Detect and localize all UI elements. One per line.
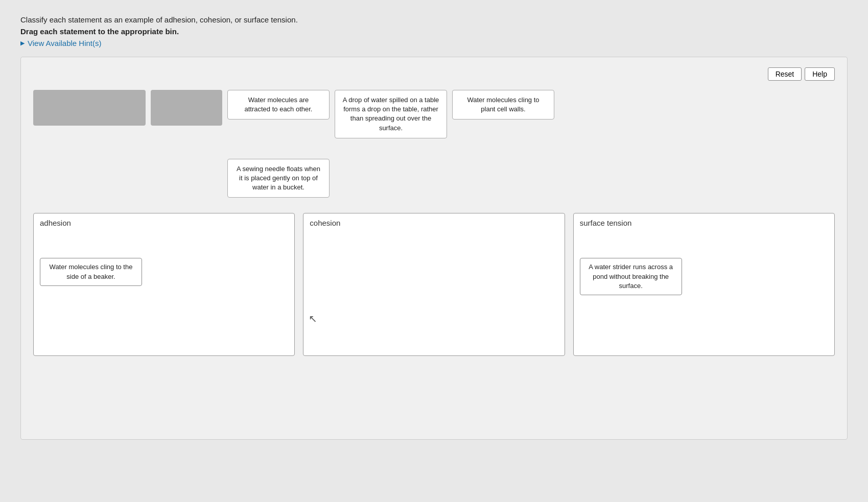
instruction-1: Classify each statement as an example of… — [20, 15, 848, 24]
top-statement-row: Water molecules are attracted to each ot… — [33, 90, 554, 138]
drop-zone-adhesion[interactable]: adhesion Water molecules cling to the si… — [33, 213, 295, 356]
surface-tension-label: surface tension — [580, 219, 828, 227]
adhesion-label: adhesion — [40, 219, 288, 227]
cursor-icon: ↖ — [309, 313, 317, 325]
drop-zone-surface-tension[interactable]: surface tension A water strider runs acr… — [573, 213, 835, 356]
help-button[interactable]: Help — [805, 67, 835, 81]
instruction-2: Drag each statement to the appropriate b… — [20, 27, 848, 36]
placeholder-box-2 — [151, 90, 222, 126]
adhesion-content: Water molecules cling to the side of a b… — [40, 258, 288, 285]
surface-tension-content: A water strider runs across a pond witho… — [580, 258, 828, 295]
card-sewing-needle[interactable]: A sewing needle floats when it is placed… — [227, 159, 330, 198]
top-bar: Reset Help — [33, 67, 835, 81]
drop-zones-container: adhesion Water molecules cling to the si… — [33, 213, 835, 356]
statements-area: Water molecules are attracted to each ot… — [33, 90, 835, 198]
card-plant-cell-walls[interactable]: Water molecules cling to plant cell wall… — [452, 90, 554, 119]
cohesion-label: cohesion — [310, 219, 558, 227]
placeholder-box-1 — [33, 90, 146, 126]
main-container: Reset Help Water molecules are attracted… — [20, 57, 848, 440]
hint-link[interactable]: View Available Hint(s) — [20, 39, 848, 47]
dropped-card-adhesion[interactable]: Water molecules cling to the side of a b… — [40, 258, 142, 285]
spacer — [33, 149, 222, 149]
reset-button[interactable]: Reset — [768, 67, 802, 81]
drop-zone-cohesion[interactable]: cohesion ↖ — [303, 213, 565, 356]
dropped-card-surface-tension[interactable]: A water strider runs across a pond witho… — [580, 258, 682, 295]
second-statement-row: A sewing needle floats when it is placed… — [33, 149, 330, 198]
card-water-attracted[interactable]: Water molecules are attracted to each ot… — [227, 90, 330, 119]
card-drop-water[interactable]: A drop of water spilled on a table forms… — [335, 90, 447, 138]
